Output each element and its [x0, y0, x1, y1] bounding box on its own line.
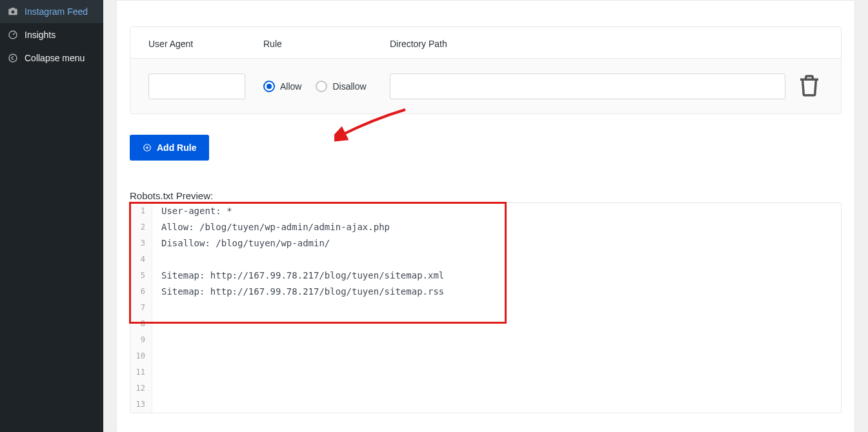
- line-number: 7: [130, 300, 152, 316]
- rule-radio-group: Allow Disallow: [263, 81, 390, 92]
- line-number: 12: [130, 380, 152, 397]
- sidebar-item-label: Insights: [25, 30, 56, 40]
- svg-rect-2: [11, 8, 15, 9]
- svg-point-1: [12, 10, 15, 14]
- line-number: 8: [130, 316, 152, 332]
- line-number: 3: [130, 235, 152, 251]
- camera-icon: [6, 5, 19, 18]
- code-line: 5Sitemap: http://167.99.78.217/blog/tuye…: [130, 268, 841, 284]
- line-number: 2: [130, 219, 152, 235]
- line-number: 1: [130, 203, 152, 219]
- radio-dot-icon: [316, 81, 327, 92]
- sidebar-item-instagram-feed[interactable]: Instagram Feed: [0, 0, 103, 23]
- rules-table: User Agent Rule Directory Path Allow: [130, 26, 842, 114]
- line-number: 5: [130, 268, 152, 284]
- collapse-icon: [6, 52, 19, 64]
- sidebar-item-insights[interactable]: Insights: [0, 23, 103, 46]
- rule-row: Allow Disallow: [130, 58, 841, 113]
- code-content: User-agent: *: [152, 203, 232, 219]
- delete-rule-button[interactable]: [796, 91, 823, 101]
- code-content: Sitemap: http://167.99.78.217/blog/tuyen…: [152, 268, 444, 284]
- code-line: 2Allow: /blog/tuyen/wp-admin/admin-ajax.…: [130, 219, 841, 235]
- user-agent-input[interactable]: [148, 74, 245, 99]
- allow-label: Allow: [280, 81, 301, 92]
- robots-settings-card: User Agent Rule Directory Path Allow: [116, 0, 855, 432]
- robots-preview-title: Robots.txt Preview:: [130, 190, 854, 201]
- radio-dot-icon: [263, 81, 275, 92]
- gauge-icon: [6, 28, 19, 41]
- rules-header-row: User Agent Rule Directory Path: [130, 27, 841, 58]
- line-number: 4: [130, 251, 152, 268]
- add-rule-label: Add Rule: [157, 142, 196, 153]
- robots-preview-editor[interactable]: 1User-agent: *2Allow: /blog/tuyen/wp-adm…: [130, 202, 842, 413]
- line-number: 11: [130, 364, 152, 380]
- header-rule: Rule: [263, 39, 390, 49]
- sidebar-item-label: Instagram Feed: [25, 6, 88, 17]
- code-content: Allow: /blog/tuyen/wp-admin/admin-ajax.p…: [152, 219, 390, 235]
- code-line: 3Disallow: /blog/tuyen/wp-admin/: [130, 235, 841, 251]
- code-content: Disallow: /blog/tuyen/wp-admin/: [152, 235, 330, 251]
- plus-circle-icon: [143, 143, 152, 152]
- line-number: 9: [130, 332, 152, 348]
- disallow-label: Disallow: [332, 81, 366, 92]
- code-line: 7: [130, 300, 841, 316]
- directory-path-input[interactable]: [390, 74, 785, 99]
- admin-sidebar: Instagram Feed Insights Collapse menu: [0, 0, 103, 432]
- line-number: 13: [130, 397, 152, 413]
- line-number: 6: [130, 284, 152, 300]
- svg-point-4: [9, 54, 17, 62]
- code-content: Sitemap: http://167.99.78.217/blog/tuyen…: [152, 284, 444, 300]
- trash-icon: [796, 72, 823, 99]
- main-content: User Agent Rule Directory Path Allow: [103, 0, 868, 432]
- code-line: 4: [130, 251, 841, 268]
- allow-radio[interactable]: Allow: [263, 81, 301, 92]
- disallow-radio[interactable]: Disallow: [316, 81, 366, 92]
- code-line: 8: [130, 316, 841, 332]
- code-line: 11: [130, 364, 841, 380]
- add-rule-button[interactable]: Add Rule: [130, 135, 209, 161]
- header-user-agent: User Agent: [148, 39, 263, 49]
- code-line: 12: [130, 380, 841, 397]
- code-line: 9: [130, 332, 841, 348]
- sidebar-item-label: Collapse menu: [25, 53, 85, 63]
- sidebar-item-collapse-menu[interactable]: Collapse menu: [0, 46, 103, 70]
- line-number: 10: [130, 348, 152, 364]
- code-line: 1User-agent: *: [130, 203, 841, 219]
- code-line: 6Sitemap: http://167.99.78.217/blog/tuye…: [130, 284, 841, 300]
- header-directory-path: Directory Path: [390, 39, 796, 49]
- code-line: 10: [130, 348, 841, 364]
- code-line: 13: [130, 397, 841, 413]
